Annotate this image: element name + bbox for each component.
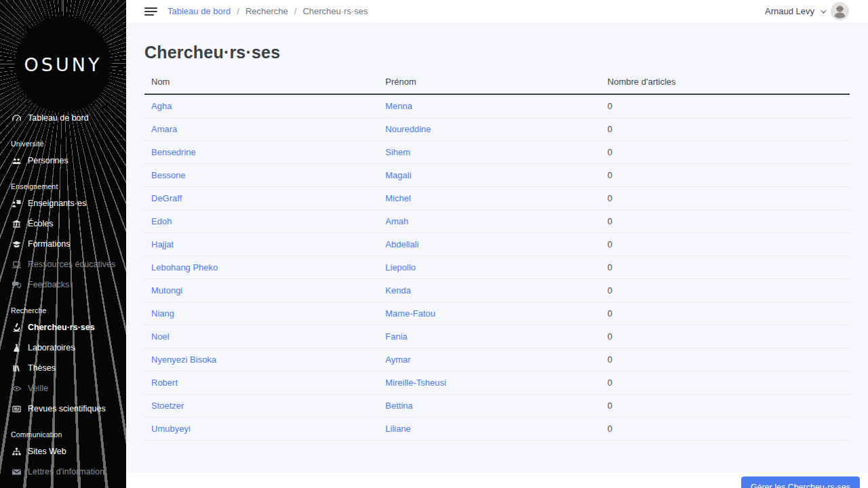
laptop-icon [11,259,22,270]
researcher-nom-link[interactable]: Hajjat [151,239,174,249]
sidebar-item-veille[interactable]: Veille [0,378,126,399]
sidebar-section-title: Communication [0,428,126,441]
article-count: 0 [608,216,612,226]
hamburger-icon[interactable] [144,7,157,16]
main-panel: Chercheu·rs·ses Nom Prénom Nombre d'arti… [126,22,868,472]
manage-researchers-button[interactable]: Gérer les Chercheu·rs·ses [741,476,860,488]
researcher-nom-link[interactable]: Mutongi [151,285,182,296]
researcher-prenom-link[interactable]: Menna [385,101,412,111]
column-header-articles: Nombre d'articles [601,63,850,94]
sidebar-item-feedbacks[interactable]: Feedbacks [0,274,126,295]
eye-icon [11,383,22,394]
researcher-prenom-link[interactable]: Sihem [385,147,410,157]
sidebar-item-label: Sites Web [28,447,66,456]
researcher-prenom-link[interactable]: Mame-Fatou [385,308,435,319]
sidebar-item-chercheurs[interactable]: Chercheu·rs·ses [0,317,126,338]
avatar-silhouette [831,2,849,20]
osuny-logo[interactable]: OSUNY [15,16,111,113]
researcher-prenom-link[interactable]: Michel [385,193,411,203]
researcher-prenom-link[interactable]: Liepollo [385,262,416,272]
sidebar-item-theses[interactable]: Thèses [0,358,126,378]
researcher-nom-link[interactable]: Umubyeyi [151,424,191,434]
table-row: AmaraNoureddine0 [144,118,850,141]
table-row: RobertMireille-Tsheusi0 [144,371,850,394]
sidebar-item-ecoles[interactable]: Écoles [0,214,126,234]
table-row: Nyenyezi BisokaAymar0 [144,348,850,371]
researcher-nom-link[interactable]: Robert [151,378,178,388]
sidebar-item-laboratoires[interactable]: Laboratoires [0,338,126,358]
table-row: Lebohang PhekoLiepollo0 [144,256,850,279]
researcher-prenom-link[interactable]: Liliane [385,424,411,434]
table-row: BensedrineSihem0 [144,141,850,164]
researcher-prenom-link[interactable]: Magali [385,170,411,180]
researcher-nom-link[interactable]: Noel [151,331,170,342]
researcher-prenom-link[interactable]: Abdellali [385,239,418,249]
sidebar-item-enseignants[interactable]: Enseignants·es [0,193,126,214]
content-column: Tableau de bord / Recherche / Chercheu·r… [126,0,868,488]
sitemap-icon [11,446,22,457]
column-header-nom: Nom [144,63,378,94]
sidebar-item-label: Veille [28,384,48,393]
researcher-nom-link[interactable]: Bensedrine [151,147,196,157]
sidebar-section-title: Recherche [0,304,126,317]
article-count: 0 [608,101,612,111]
footer-bar: Gérer les Chercheu·rs·ses [126,472,868,488]
breadcrumb-link-dashboard[interactable]: Tableau de bord [167,6,231,16]
researcher-nom-link[interactable]: Edoh [151,216,172,226]
table-row: StoetzerBettina0 [144,394,850,418]
researcher-nom-link[interactable]: Nyenyezi Bisoka [151,354,216,365]
researcher-nom-link[interactable]: Agha [151,101,172,111]
researcher-prenom-link[interactable]: Bettina [385,401,412,411]
article-count: 0 [608,354,612,365]
sidebar-item-ressources-educatives[interactable]: Ressources éducatives [0,254,126,274]
chevron-down-icon [821,7,826,13]
sidebar-item-label: Thèses [28,363,56,373]
sidebar-item-lettres-information[interactable]: Lettres d'information [0,462,126,482]
researcher-nom-link[interactable]: DeGraff [151,193,182,203]
sidebar-item-label: Personnes [28,156,68,165]
sidebar-item-label: Écoles [28,219,54,228]
researcher-prenom-link[interactable]: Noureddine [385,124,431,134]
table-row: DeGraffMichel0 [144,187,850,210]
researcher-nom-link[interactable]: Bessone [151,170,186,180]
sidebar-section-title: Enseignement [0,180,126,193]
researcher-prenom-link[interactable]: Fania [385,331,408,342]
researcher-prenom-link[interactable]: Mireille-Tsheusi [385,378,446,388]
table-row: NiangMame-Fatou0 [144,302,850,325]
microscope-icon [11,322,22,333]
researcher-prenom-link[interactable]: Aymar [385,354,410,365]
chat-icon [11,279,22,290]
sidebar-item-revues-scientifiques[interactable]: Revues scientifiques [0,399,126,419]
researcher-nom-link[interactable]: Lebohang Pheko [151,262,218,272]
sidebar-item-label: Lettres d'information [28,467,104,476]
sidebar-section-title: Université [0,137,126,150]
researcher-prenom-link[interactable]: Kenda [385,285,411,296]
researchers-table: Nom Prénom Nombre d'articles AghaMenna0A… [144,63,850,441]
sidebar-item-tableau-de-bord[interactable]: Tableau de bord [0,108,126,128]
table-row: EdohAmah0 [144,210,850,233]
sidebar-item-label: Formations [28,239,71,249]
breadcrumb: Tableau de bord / Recherche / Chercheu·r… [167,6,368,16]
sidebar-item-formations[interactable]: Formations [0,234,126,254]
breadcrumb-item-current: Chercheu·rs·ses [302,6,368,16]
user-menu[interactable]: Arnaud Levy [765,2,849,20]
researcher-prenom-link[interactable]: Amah [385,216,408,226]
sidebar-item-label: Feedbacks [28,280,69,289]
sidebar-item-sites-web[interactable]: Sites Web [0,441,126,462]
researcher-nom-link[interactable]: Amara [151,124,177,134]
researcher-nom-link[interactable]: Niang [151,308,174,319]
sidebar-item-label: Enseignants·es [28,199,86,208]
article-count: 0 [608,262,612,272]
table-header-row: Nom Prénom Nombre d'articles [144,63,850,94]
breadcrumb-separator: / [237,6,239,16]
researcher-nom-link[interactable]: Stoetzer [151,401,184,411]
table-row: AghaMenna0 [144,94,850,118]
user-avatar[interactable] [831,2,849,20]
sidebar-item-label: Ressources éducatives [28,260,115,269]
table-row: MutongiKenda0 [144,279,850,302]
sidebar-item-personnes[interactable]: Personnes [0,150,126,171]
topbar: Tableau de bord / Recherche / Chercheu·r… [126,0,868,22]
sidebar-nav: Tableau de bordUniversitéPersonnesEnseig… [0,108,126,482]
article-count: 0 [608,424,612,434]
bank-icon [11,218,22,229]
